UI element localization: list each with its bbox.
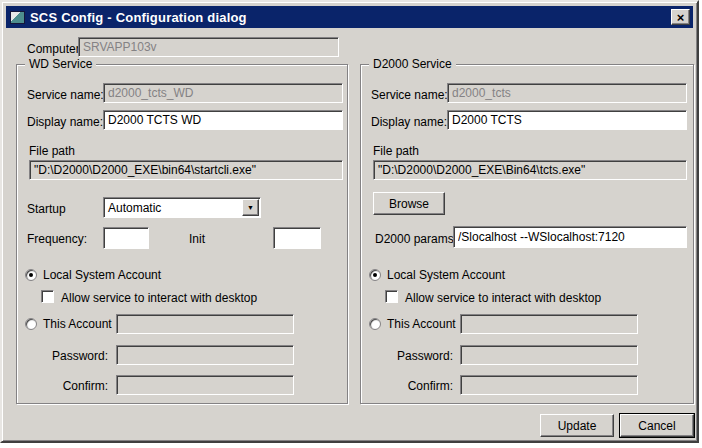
wd-password-input <box>116 345 294 365</box>
wd-service-name-label: Service name: <box>27 88 104 102</box>
scs-config-dialog: SCS Config - Configuration dialog × Comp… <box>0 0 699 443</box>
d2000-this-account-input <box>460 314 638 334</box>
d2000-display-name-input[interactable] <box>447 110 687 130</box>
wd-init-input[interactable] <box>273 227 321 249</box>
wd-display-name-label: Display name: <box>27 115 103 129</box>
wd-this-account-radio[interactable] <box>25 318 37 330</box>
wd-file-path-input <box>29 160 343 180</box>
title-bar: SCS Config - Configuration dialog × <box>6 6 693 28</box>
wd-interact-desktop-checkbox[interactable] <box>41 290 54 303</box>
d2000-interact-desktop-label: Allow service to interact with desktop <box>405 291 601 305</box>
wd-init-label: Init <box>189 232 205 246</box>
d2000-local-system-radio[interactable] <box>369 269 381 281</box>
d2000-confirm-input <box>460 375 638 395</box>
d2000-this-account-label: This Account <box>387 317 456 331</box>
wd-startup-label: Startup <box>27 202 66 216</box>
window-title: SCS Config - Configuration dialog <box>30 10 247 25</box>
chevron-down-icon[interactable]: ▼ <box>242 199 259 216</box>
app-icon <box>10 11 25 24</box>
computer-label: Computer: <box>27 42 83 56</box>
wd-display-name-input[interactable] <box>103 110 343 130</box>
wd-this-account-label: This Account <box>43 317 112 331</box>
wd-local-system-label: Local System Account <box>43 268 161 282</box>
computer-input <box>78 37 339 57</box>
wd-password-label: Password: <box>27 349 108 363</box>
browse-button[interactable]: Browse <box>373 192 445 215</box>
wd-confirm-label: Confirm: <box>27 379 108 393</box>
d2000-password-label: Password: <box>371 349 453 363</box>
d2000-display-name-label: Display name: <box>371 115 447 129</box>
wd-group-label: WD Service <box>25 57 96 71</box>
d2000-params-input[interactable] <box>453 226 687 248</box>
wd-service-name-input <box>103 83 343 103</box>
screen: SCS Config - Configuration dialog × Comp… <box>0 0 702 448</box>
wd-local-system-radio[interactable] <box>25 269 37 281</box>
wd-this-account-input <box>116 314 294 334</box>
d2000-password-input <box>460 345 638 365</box>
group-wd-service: WD Service Service name: Display name: F… <box>16 64 348 404</box>
d2000-service-name-label: Service name: <box>371 88 448 102</box>
d2000-service-name-input <box>447 83 687 103</box>
update-button[interactable]: Update <box>540 414 614 437</box>
d2000-file-path-label: File path <box>373 144 419 158</box>
wd-startup-value: Automatic <box>104 201 241 215</box>
group-d2000-service: D2000 Service Service name: Display name… <box>360 64 694 404</box>
d2000-file-path-input <box>373 160 687 180</box>
d2000-confirm-label: Confirm: <box>371 379 453 393</box>
d2000-params-label: D2000 params: <box>375 232 457 246</box>
close-icon: × <box>677 11 685 24</box>
wd-frequency-input[interactable] <box>103 227 149 249</box>
wd-file-path-label: File path <box>29 144 75 158</box>
d2000-local-system-label: Local System Account <box>387 268 505 282</box>
cancel-button[interactable]: Cancel <box>620 414 694 437</box>
d2000-group-label: D2000 Service <box>369 57 456 71</box>
wd-frequency-label: Frequency: <box>27 232 87 246</box>
wd-startup-select[interactable]: Automatic ▼ <box>103 197 261 218</box>
wd-confirm-input <box>116 375 294 395</box>
d2000-this-account-radio[interactable] <box>369 318 381 330</box>
d2000-interact-desktop-checkbox[interactable] <box>385 290 398 303</box>
wd-interact-desktop-label: Allow service to interact with desktop <box>61 291 257 305</box>
close-button[interactable]: × <box>671 9 690 25</box>
